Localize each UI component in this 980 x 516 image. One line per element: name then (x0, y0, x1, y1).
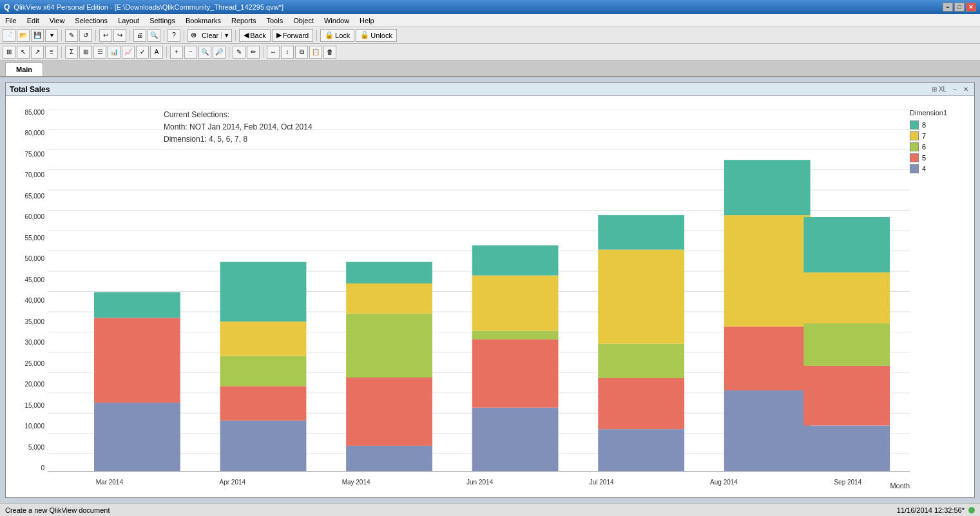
bar-may-dim5[interactable] (346, 377, 432, 446)
bar-apr-dim5[interactable] (220, 386, 307, 420)
tb2-btn7[interactable]: ☰ (93, 46, 106, 59)
bar-jul-dim8[interactable] (598, 215, 684, 249)
bar-mar-dim5[interactable] (94, 318, 180, 403)
bar-aug-dim8[interactable] (724, 160, 811, 215)
print-button[interactable]: 🖨 (133, 29, 146, 42)
legend-label-8: 8 (922, 121, 926, 129)
bar-apr-dim4[interactable] (220, 421, 307, 472)
clear-button-group[interactable]: ⊗ Clear ▼ (187, 29, 232, 42)
undo-button[interactable]: ↩ (99, 29, 112, 42)
help-button[interactable]: ? (168, 29, 180, 42)
bar-jun-dim7[interactable] (472, 276, 559, 331)
chart-container: Total Sales ⊞ XL − ✕ 85,000 80,000 75,00… (5, 82, 975, 498)
tb2-btn14[interactable]: 🔍 (198, 46, 211, 59)
bar-jul-dim4[interactable] (598, 429, 684, 472)
tab-main[interactable]: Main (5, 62, 43, 76)
edit-script-button[interactable]: ✎ (65, 29, 78, 42)
reload-button[interactable]: ↺ (79, 29, 92, 42)
menu-layout[interactable]: Layout (113, 14, 144, 26)
bar-jun-dim8[interactable] (472, 245, 559, 276)
menu-reports[interactable]: Reports (226, 14, 262, 26)
y-label-40000: 40,000 (24, 297, 44, 304)
tb2-design[interactable]: ✎ (233, 46, 245, 59)
print-preview-button[interactable]: 🔍 (148, 29, 160, 42)
tb2-btn10[interactable]: ✓ (136, 46, 149, 59)
legend-label-4: 4 (922, 165, 926, 173)
menu-file[interactable]: File (0, 14, 22, 26)
save-as-button[interactable]: ▾ (45, 29, 58, 42)
bar-apr-dim8[interactable] (220, 262, 307, 322)
back-button[interactable]: ◀ Back (239, 29, 270, 42)
menu-window[interactable]: Window (319, 14, 354, 26)
unlock-label: Unlock (370, 32, 392, 39)
bar-jul-dim6[interactable] (598, 344, 684, 378)
tb2-btn5[interactable]: Σ (65, 46, 78, 59)
menu-bookmarks[interactable]: Bookmarks (180, 14, 226, 26)
x-label-mar: Mar 2014 (96, 479, 123, 486)
legend-color-7 (910, 131, 919, 140)
x-axis-labels: Mar 2014 Apr 2014 May 2014 Jun 2014 Jul … (48, 473, 910, 491)
menu-selections[interactable]: Selections (70, 14, 113, 26)
forward-icon: ▶ (276, 31, 282, 39)
tb2-design2[interactable]: ✏ (247, 46, 260, 59)
bar-jul-dim5[interactable] (598, 378, 684, 429)
tb2-del[interactable]: 🗑 (323, 46, 336, 59)
bar-may-dim6[interactable] (346, 314, 432, 377)
tb2-btn3[interactable]: ↗ (31, 46, 44, 59)
menu-help[interactable]: Help (354, 14, 380, 26)
bar-mar-dim4[interactable] (94, 403, 180, 472)
tb2-btn8[interactable]: 📊 (108, 46, 120, 59)
bar-may-dim8[interactable] (346, 262, 432, 283)
tb2-move[interactable]: ↔ (267, 46, 280, 59)
bar-sep-dim6[interactable] (803, 323, 890, 366)
bar-apr-dim7[interactable] (220, 321, 307, 356)
tb2-btn15[interactable]: 🔎 (213, 46, 226, 59)
menu-object[interactable]: Object (288, 14, 319, 26)
window-restore-button[interactable]: □ (954, 3, 965, 12)
bar-jun-dim5[interactable] (472, 339, 559, 408)
unlock-button[interactable]: 🔓 Unlock (356, 29, 397, 42)
tb2-btn4[interactable]: ≡ (45, 46, 58, 59)
menu-view[interactable]: View (44, 14, 70, 26)
bar-aug-dim5[interactable] (724, 327, 811, 390)
menu-settings[interactable]: Settings (144, 14, 180, 26)
tb2-btn11[interactable]: A (150, 46, 163, 59)
tb2-btn6[interactable]: ⊞ (79, 46, 92, 59)
lock-button[interactable]: 🔒 Lock (320, 29, 354, 42)
bar-sep-dim4[interactable] (803, 425, 890, 472)
tb2-btn1[interactable]: ⊞ (3, 46, 15, 59)
tb2-copy[interactable]: ⧉ (295, 46, 308, 59)
menu-edit[interactable]: Edit (22, 14, 44, 26)
tb2-btn9[interactable]: 📈 (122, 46, 135, 59)
chart-minimize-button[interactable]: − (951, 86, 959, 93)
forward-button[interactable]: ▶ Forward (272, 29, 313, 42)
redo-button[interactable]: ↪ (113, 29, 126, 42)
chart-xl-button[interactable]: ⊞ XL (930, 86, 948, 93)
clear-dropdown-icon[interactable]: ▼ (221, 32, 231, 39)
bar-jun-dim6[interactable] (472, 330, 559, 339)
bar-may-dim7[interactable] (346, 283, 432, 314)
tb2-btn12[interactable]: + (170, 46, 183, 59)
open-button[interactable]: 📂 (17, 29, 30, 42)
bar-jul-dim7[interactable] (598, 250, 684, 344)
title-bar: Q QlikView x64 Personal Edition - [E:\Do… (0, 0, 980, 14)
bar-sep-dim5[interactable] (803, 366, 890, 426)
bar-jun-dim4[interactable] (472, 408, 559, 472)
bar-apr-dim6[interactable] (220, 356, 307, 387)
window-close-button[interactable]: ✕ (966, 3, 976, 12)
menu-tools[interactable]: Tools (261, 14, 288, 26)
bar-mar-dim8[interactable] (94, 292, 180, 318)
bar-may-dim4[interactable] (346, 446, 432, 472)
bar-sep-dim8[interactable] (803, 217, 890, 272)
bar-sep-dim7[interactable] (803, 272, 890, 323)
new-button[interactable]: 📄 (3, 29, 15, 42)
bar-aug-dim4[interactable] (724, 390, 811, 472)
tb2-paste[interactable]: 📋 (309, 46, 322, 59)
bar-aug-dim7[interactable] (724, 215, 811, 327)
chart-close-button[interactable]: ✕ (961, 86, 970, 93)
tb2-btn2[interactable]: ↖ (17, 46, 30, 59)
tb2-btn13[interactable]: − (184, 46, 197, 59)
window-minimize-button[interactable]: − (943, 3, 953, 12)
tb2-resize[interactable]: ↕ (281, 46, 294, 59)
save-button[interactable]: 💾 (31, 29, 44, 42)
